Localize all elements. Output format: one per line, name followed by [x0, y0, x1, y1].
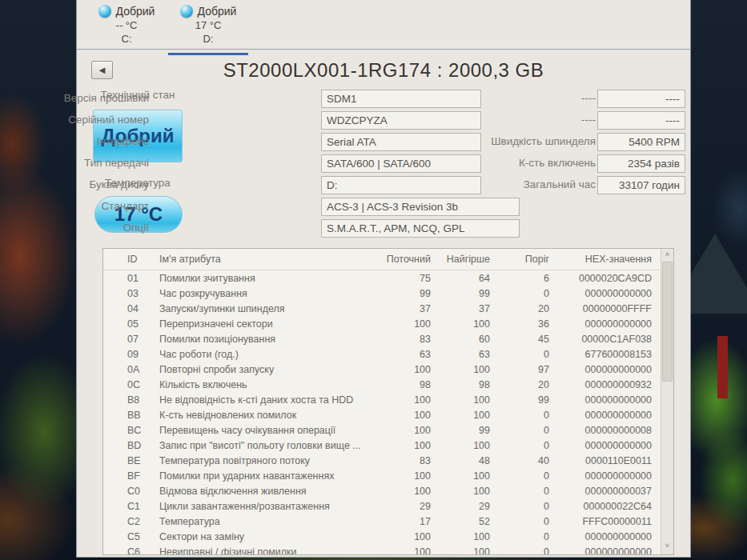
- attribute-worst: 29: [431, 501, 490, 512]
- scroll-down-icon[interactable]: ˅: [661, 540, 673, 552]
- smart-attribute-row[interactable]: 03 Час розкручування 99 99 0 00000000000…: [103, 286, 661, 301]
- attribute-worst: 100: [431, 410, 490, 421]
- attribute-hex: 000000000037: [549, 486, 652, 497]
- wallpaper-pagoda: [683, 234, 747, 314]
- spindle-speed-value: 5400 RPM: [597, 133, 685, 151]
- attribute-hex: 000000000000: [549, 470, 652, 482]
- smart-attribute-row[interactable]: 0C Кількість включень 98 98 20 000000000…: [103, 377, 661, 392]
- attribute-hex: 000000000000: [549, 318, 652, 330]
- smart-attribute-row[interactable]: B8 Не відповідність к-сті даних хоста та…: [103, 392, 661, 407]
- attribute-threshold: 97: [490, 364, 549, 375]
- attribute-name: Запуски/зупинки шпинделя: [155, 303, 378, 314]
- attribute-id: B8: [127, 394, 155, 406]
- attribute-current: 17: [378, 516, 431, 527]
- health-orb-icon: [98, 5, 111, 18]
- drive-model-title: ST2000LX001-1RG174 : 2000,3 GB: [77, 53, 690, 82]
- attribute-current: 99: [378, 288, 431, 299]
- attribute-hex: 0000110E0011: [549, 455, 652, 466]
- smart-attribute-row[interactable]: BC Перевищень часу очікування операції 1…: [103, 422, 661, 438]
- tab-drive-letter: D:: [170, 33, 247, 45]
- attribute-id: 04: [127, 303, 155, 314]
- attribute-hex: 000000000000: [549, 440, 652, 451]
- attribute-threshold: 0: [490, 546, 549, 556]
- smart-attribute-row[interactable]: C0 Відмова відключення живлення 100 100 …: [103, 483, 661, 498]
- attribute-threshold: 0: [490, 486, 549, 497]
- smart-attribute-row[interactable]: 09 Час роботи (год.) 63 63 0 67760000815…: [103, 346, 661, 362]
- back-button[interactable]: ◄: [91, 61, 113, 79]
- attribute-worst: 100: [431, 531, 490, 542]
- attribute-threshold: 0: [490, 470, 549, 482]
- attribute-worst: 100: [431, 470, 490, 482]
- power-on-count-value: 2354 разів: [597, 154, 685, 173]
- smart-attribute-row[interactable]: BD Запис при "висоті" польоту головки ви…: [103, 438, 661, 453]
- attribute-id: C6: [127, 546, 155, 556]
- smart-attribute-row[interactable]: BB К-сть невідновлених помилок 100 100 0…: [103, 407, 661, 422]
- attribute-id: 0A: [127, 364, 155, 375]
- smart-attribute-row[interactable]: C5 Сектори на заміну 100 100 0 000000000…: [103, 529, 661, 544]
- attribute-current: 100: [378, 425, 431, 436]
- attribute-id: 07: [127, 334, 155, 345]
- tab-temp-label: 17 °C: [170, 19, 247, 31]
- attribute-current: 37: [378, 303, 431, 314]
- attribute-hex: 000000000000: [549, 364, 652, 375]
- attribute-worst: 63: [431, 349, 490, 360]
- column-header-current[interactable]: Поточний: [378, 254, 431, 265]
- attribute-threshold: 0: [490, 425, 549, 436]
- column-header-name[interactable]: Ім'я атрибута: [155, 254, 378, 265]
- health-orb-icon: [180, 5, 193, 18]
- desktop-wallpaper: { "tabs": [ { "status": "Добрий", "temp"…: [0, 0, 747, 560]
- attribute-id: BF: [127, 470, 155, 482]
- attribute-name: Невиправні / фізичні помилки: [155, 546, 378, 556]
- scrollbar-thumb[interactable]: [662, 262, 673, 382]
- smart-attribute-row[interactable]: 05 Перепризначені сектори 100 100 36 000…: [103, 316, 661, 331]
- scroll-up-icon[interactable]: ˄: [661, 249, 673, 261]
- drive-tab-d[interactable]: Добрий 17 °C D:: [170, 5, 247, 45]
- attribute-name: Перепризначені сектори: [155, 318, 378, 330]
- attribute-id: 0C: [127, 379, 155, 390]
- smart-attribute-row[interactable]: 0A Повторні спроби запуску 100 100 97 00…: [103, 362, 661, 377]
- attribute-id: 01: [127, 273, 155, 284]
- drive-tab-c[interactable]: Добрий -- °C C:: [88, 5, 165, 45]
- tab-status-label: Добрий: [116, 5, 155, 18]
- smart-attribute-row[interactable]: BF Помилки при ударних навантаженнях 100…: [103, 468, 661, 483]
- field-row: Стандарт ACS-3 | ACS-3 Revision 3b: [77, 198, 525, 216]
- field-row: Швидкість шпинделя 5400 RPM: [77, 133, 692, 151]
- smart-attribute-row[interactable]: 04 Запуски/зупинки шпинделя 37 37 20 000…: [103, 301, 661, 316]
- smart-attribute-row[interactable]: 07 Помилки позиціонування 83 60 45 00000…: [103, 331, 661, 346]
- attribute-current: 100: [378, 531, 431, 542]
- field-label: Швидкість шпинделя: [436, 135, 596, 147]
- field-label: Стандарт: [0, 200, 149, 212]
- field-label: ----: [436, 92, 596, 104]
- smart-attribute-row[interactable]: 01 Помилки зчитування 75 64 6 0000020CA9…: [103, 270, 661, 286]
- smart-attribute-row[interactable]: C2 Температура 17 52 0 FFFC00000011: [103, 514, 661, 529]
- attribute-worst: 98: [431, 379, 490, 390]
- attribute-current: 100: [378, 486, 431, 497]
- attribute-hex: 00000000FFFF: [549, 303, 652, 314]
- column-header-id[interactable]: ID: [127, 254, 155, 265]
- attribute-name: Відмова відключення живлення: [155, 486, 378, 497]
- attribute-id: BB: [127, 410, 155, 421]
- smart-attribute-row[interactable]: BE Температура повітряного потоку 83 48 …: [103, 453, 661, 468]
- attribute-id: BC: [127, 425, 155, 436]
- column-header-threshold[interactable]: Поріг: [490, 254, 549, 265]
- attribute-worst: 100: [431, 318, 490, 330]
- attribute-worst: 48: [431, 455, 490, 466]
- attribute-id: C0: [127, 486, 155, 497]
- smart-attribute-row[interactable]: C1 Цикли завантаження/розвантаження 29 2…: [103, 498, 661, 514]
- attribute-name: Запис при "висоті" польоту головки вище …: [155, 440, 378, 451]
- field-row: Опції S.M.A.R.T., APM, NCQ, GPL: [77, 219, 525, 238]
- tab-temp-label: -- °C: [88, 19, 165, 31]
- wallpaper-pagoda-pillar: [717, 336, 728, 398]
- attribute-id: 03: [127, 288, 155, 299]
- column-header-worst[interactable]: Найгірше: [431, 254, 490, 265]
- attribute-threshold: 36: [490, 318, 549, 330]
- field-row: ---- ----: [77, 90, 692, 108]
- attribute-hex: 000000000000: [549, 394, 652, 406]
- attribute-hex: FFFC00000011: [549, 516, 652, 527]
- field-label: Опції: [0, 222, 149, 234]
- attribute-current: 98: [378, 379, 431, 390]
- smart-attribute-row[interactable]: C6 Невиправні / фізичні помилки 100 100 …: [103, 544, 661, 555]
- column-header-hex[interactable]: HEX-значення: [549, 254, 652, 265]
- table-scrollbar[interactable]: ˄ ˅: [661, 249, 673, 554]
- attribute-hex: 000000000000: [549, 410, 652, 421]
